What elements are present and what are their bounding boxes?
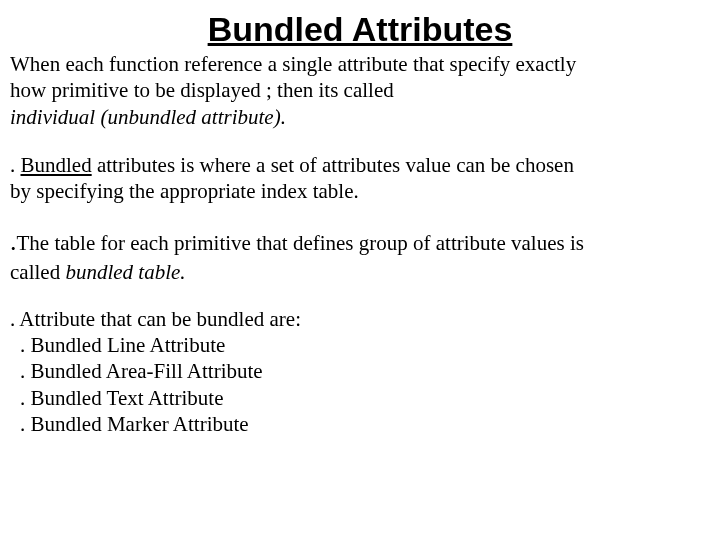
para2-line2: by specifying the appropriate index tabl… <box>10 179 359 203</box>
para3-line2a: called <box>10 260 65 284</box>
list-item: . Bundled Text Attribute <box>20 385 712 411</box>
para2-dot: . <box>10 153 21 177</box>
paragraph-3: .The table for each primitive that defin… <box>8 226 712 285</box>
bundled-list: . Attribute that can be bundled are: . B… <box>8 307 712 437</box>
list-item: . Bundled Line Attribute <box>20 332 712 358</box>
slide-title: Bundled Attributes <box>8 10 712 49</box>
list-item: . Bundled Area-Fill Attribute <box>20 358 712 384</box>
paragraph-1: When each function reference a single at… <box>8 51 712 130</box>
para3-line2b: bundled table. <box>65 260 185 284</box>
para2-term: Bundled <box>21 153 92 177</box>
para1-line1: When each function reference a single at… <box>10 52 576 76</box>
para3-line1: The table for each primitive that define… <box>17 231 584 255</box>
list-heading: . Attribute that can be bundled are: <box>10 307 712 332</box>
paragraph-2: . Bundled attributes is where a set of a… <box>8 152 712 205</box>
slide: Bundled Attributes When each function re… <box>0 0 720 437</box>
list-item: . Bundled Marker Attribute <box>20 411 712 437</box>
para2-rest1: attributes is where a set of attributes … <box>92 153 574 177</box>
para1-line3: individual (unbundled attribute). <box>10 105 286 129</box>
list-items: . Bundled Line Attribute . Bundled Area-… <box>10 332 712 437</box>
para1-line2: how primitive to be displayed ; then its… <box>10 78 394 102</box>
